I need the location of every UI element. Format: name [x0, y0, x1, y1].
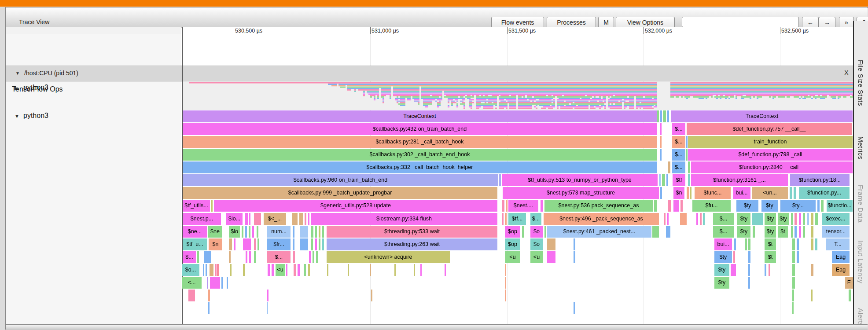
trace-event[interactable] — [293, 226, 294, 238]
trace-event[interactable] — [300, 226, 308, 238]
trace-event[interactable]: $t — [765, 251, 776, 263]
trace-event[interactable]: $function.py:3161 _... — [691, 174, 788, 186]
trace-event[interactable]: <u — [530, 251, 543, 263]
trace-event[interactable] — [547, 238, 555, 250]
trace-event[interactable] — [204, 251, 211, 263]
trace-event[interactable] — [502, 200, 504, 212]
trace-event[interactable] — [311, 226, 313, 238]
trace-event[interactable]: $<_... — [264, 213, 286, 225]
trace-event[interactable]: $t — [778, 226, 788, 238]
trace-event[interactable]: <u — [505, 251, 520, 263]
trace-event[interactable]: $nest.... — [508, 200, 538, 212]
trace-event[interactable] — [686, 136, 688, 148]
trace-event[interactable]: $callbacks.py:432 on_train_batch_end — [183, 123, 657, 135]
trace-event[interactable] — [734, 238, 736, 250]
trace-event[interactable] — [371, 290, 372, 301]
trace-event[interactable]: TraceContext — [671, 110, 853, 122]
trace-event[interactable] — [267, 302, 268, 314]
trace-event[interactable] — [803, 226, 805, 238]
trace-event[interactable]: $function.py:18... — [790, 174, 850, 186]
trace-event[interactable] — [799, 226, 801, 238]
trace-event[interactable]: $t — [765, 238, 776, 250]
trace-event[interactable] — [790, 187, 792, 199]
trace-event[interactable] — [299, 213, 303, 225]
trace-event[interactable]: $ty — [714, 264, 729, 276]
trace-event[interactable] — [574, 238, 575, 250]
triangle-down-icon[interactable]: ▼ — [15, 114, 23, 119]
trace-event[interactable] — [242, 226, 243, 238]
trace-event[interactable] — [319, 238, 320, 250]
trace-event[interactable]: $ty... — [780, 200, 816, 212]
trace-event[interactable] — [668, 161, 670, 173]
trace-event[interactable]: $ne — [208, 226, 222, 238]
trace-event[interactable] — [221, 277, 223, 289]
trace-event[interactable] — [748, 277, 750, 289]
trace-event[interactable]: $... — [267, 251, 291, 263]
trace-event[interactable] — [688, 174, 690, 186]
trace-event[interactable] — [245, 226, 247, 238]
trace-event[interactable] — [765, 264, 766, 276]
trace-event[interactable]: $... — [530, 213, 541, 225]
trace-event[interactable]: Eag — [832, 251, 850, 263]
trace-event[interactable]: $op — [505, 238, 520, 250]
trace-event[interactable] — [315, 226, 317, 238]
trace-event[interactable] — [544, 226, 546, 238]
trace-event[interactable]: $fr... — [267, 238, 291, 250]
trace-event[interactable] — [394, 264, 396, 276]
flow-events-button[interactable]: Flow events — [491, 17, 544, 28]
trace-event[interactable]: $tf_u... — [183, 238, 207, 250]
trace-event[interactable] — [254, 251, 256, 263]
trace-event[interactable] — [541, 200, 543, 212]
trace-event[interactable] — [666, 226, 670, 238]
trace-event[interactable] — [811, 238, 813, 250]
trace-event[interactable] — [370, 264, 371, 276]
trace-event[interactable] — [662, 174, 665, 186]
trace-event[interactable]: $ty — [714, 251, 732, 263]
trace-event[interactable] — [292, 213, 298, 225]
trace-event[interactable] — [293, 238, 294, 250]
trace-event[interactable]: $ty — [778, 213, 789, 225]
trace-event[interactable] — [308, 264, 310, 276]
trace-event[interactable]: bui... — [733, 187, 750, 199]
trace-event[interactable]: $ne... — [183, 226, 207, 238]
trace-event[interactable] — [522, 226, 524, 238]
trace-event[interactable] — [807, 213, 809, 225]
trace-event[interactable] — [294, 264, 296, 276]
trace-event[interactable] — [792, 238, 795, 250]
trace-event[interactable]: $nest.py:496 _pack_sequence_as — [544, 213, 659, 225]
nav-left-button[interactable]: ← — [802, 17, 819, 28]
trace-event[interactable] — [791, 226, 793, 238]
close-icon[interactable]: X — [842, 69, 851, 76]
trace-event[interactable] — [206, 264, 207, 276]
trace-event[interactable] — [502, 213, 504, 225]
trace-event[interactable] — [322, 226, 324, 238]
trace-event[interactable]: $op — [505, 226, 520, 238]
trace-event[interactable]: $ty — [736, 200, 758, 212]
trace-event[interactable] — [348, 264, 349, 276]
trace-event[interactable] — [227, 277, 228, 289]
trace-event[interactable]: $callbacks.py:281 _call_batch_hook — [183, 136, 657, 148]
trace-event[interactable] — [252, 226, 254, 238]
triangle-down-icon[interactable]: ▼ — [15, 71, 20, 76]
trace-event[interactable] — [700, 213, 702, 225]
trace-event[interactable] — [506, 200, 508, 212]
trace-event[interactable] — [208, 290, 210, 301]
trace-event[interactable] — [748, 238, 750, 250]
trace-event[interactable] — [316, 251, 318, 263]
triangle-right-icon[interactable]: ▶ — [15, 85, 23, 91]
trace-event[interactable]: $n — [673, 187, 684, 199]
trace-event[interactable]: $... — [672, 161, 685, 173]
trace-event[interactable]: tensor... — [822, 226, 850, 238]
trace-event[interactable]: $ty — [761, 200, 778, 212]
trace-event[interactable]: <... — [182, 277, 202, 289]
trace-event[interactable]: <u — [276, 264, 285, 276]
trace-event[interactable] — [197, 251, 199, 263]
trace-event[interactable] — [327, 264, 328, 276]
trace-event[interactable] — [792, 302, 794, 314]
trace-event[interactable]: bui... — [714, 238, 732, 250]
trace-event[interactable]: $... — [672, 136, 685, 148]
thread-row-python3-collapsed[interactable]: ▶python3 — [15, 84, 48, 92]
trace-event[interactable] — [286, 264, 287, 276]
process-header-host-cpu[interactable]: ▼ /host:CPU (pid 501) X — [6, 66, 853, 81]
trace-event[interactable] — [797, 238, 799, 250]
